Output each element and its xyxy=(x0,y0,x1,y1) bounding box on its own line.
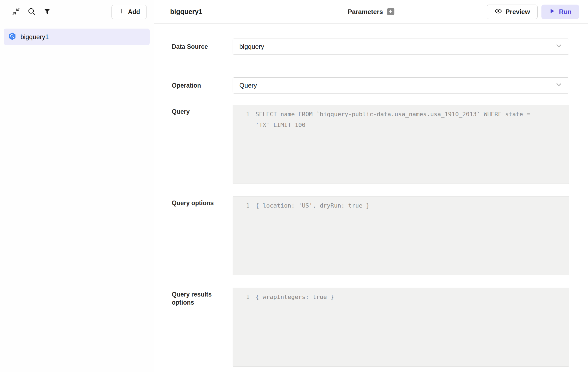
line-number: 1 xyxy=(233,109,250,184)
eye-icon xyxy=(495,7,502,16)
list-item-bigquery1[interactable]: bigquery1 xyxy=(4,29,150,45)
query-form: Data Source bigquery Operation Query xyxy=(154,24,588,372)
plus-icon xyxy=(388,9,393,15)
line-number: 1 xyxy=(233,200,250,275)
collapse-icon xyxy=(12,7,20,17)
plus-icon xyxy=(118,8,125,16)
chevron-down-icon xyxy=(555,81,563,90)
run-button[interactable]: Run xyxy=(541,5,579,19)
data-source-value: bigquery xyxy=(239,43,264,50)
chevron-down-icon xyxy=(555,42,563,51)
add-parameter-button[interactable] xyxy=(387,8,394,15)
header-actions: Preview Run xyxy=(487,5,579,19)
query-options-placeholder: { location: 'US', dryRun: true } xyxy=(256,200,569,275)
query-results-options-placeholder: { wrapIntegers: true } xyxy=(256,292,569,366)
parameters-section: Parameters xyxy=(348,8,394,16)
sidebar-toolbar: Add xyxy=(0,0,154,24)
sidebar: Add bigquery1 xyxy=(0,0,154,372)
query-results-options-row: Query results options 1 { wrapIntegers: … xyxy=(172,288,569,367)
operation-select[interactable]: Query xyxy=(233,77,569,94)
preview-button[interactable]: Preview xyxy=(487,5,538,19)
query-code-editor[interactable]: 1 SELECT name FROM `bigquery-public-data… xyxy=(233,105,569,184)
app-window: Add bigquery1 bigquery1 Parameters xyxy=(0,0,588,372)
query-options-row: Query options 1 { location: 'US', dryRun… xyxy=(172,196,569,275)
operation-value: Query xyxy=(239,82,257,89)
main-panel: bigquery1 Parameters xyxy=(154,0,588,372)
query-options-label: Query options xyxy=(172,196,233,207)
bigquery-icon xyxy=(8,32,16,42)
query-results-options-label: Query results options xyxy=(172,288,233,307)
query-options-editor[interactable]: 1 { location: 'US', dryRun: true } xyxy=(233,196,569,275)
data-source-select[interactable]: bigquery xyxy=(233,39,569,55)
operation-row: Operation Query xyxy=(172,77,569,94)
search-button[interactable] xyxy=(24,4,39,20)
data-source-label: Data Source xyxy=(172,43,233,51)
run-button-label: Run xyxy=(559,8,572,16)
main-header: bigquery1 Parameters xyxy=(154,0,588,24)
filter-button[interactable] xyxy=(39,4,55,20)
query-results-options-editor[interactable]: 1 { wrapIntegers: true } xyxy=(233,288,569,367)
query-list: bigquery1 xyxy=(0,24,154,45)
add-query-button[interactable]: Add xyxy=(111,5,147,19)
collapse-panel-button[interactable] xyxy=(8,4,24,20)
query-code-placeholder: SELECT name FROM `bigquery-public-data.u… xyxy=(256,109,569,184)
search-icon xyxy=(27,7,36,17)
query-label: Query xyxy=(172,105,233,116)
parameters-label: Parameters xyxy=(348,8,383,16)
preview-button-label: Preview xyxy=(506,8,530,16)
operation-label: Operation xyxy=(172,81,233,89)
play-icon xyxy=(549,8,555,16)
query-title: bigquery1 xyxy=(170,8,202,16)
filter-icon xyxy=(43,8,51,16)
query-row: Query 1 SELECT name FROM `bigquery-publi… xyxy=(172,105,569,184)
list-item-label: bigquery1 xyxy=(20,33,49,41)
data-source-row: Data Source bigquery xyxy=(172,39,569,55)
line-number: 1 xyxy=(233,292,250,366)
add-button-label: Add xyxy=(128,8,140,16)
